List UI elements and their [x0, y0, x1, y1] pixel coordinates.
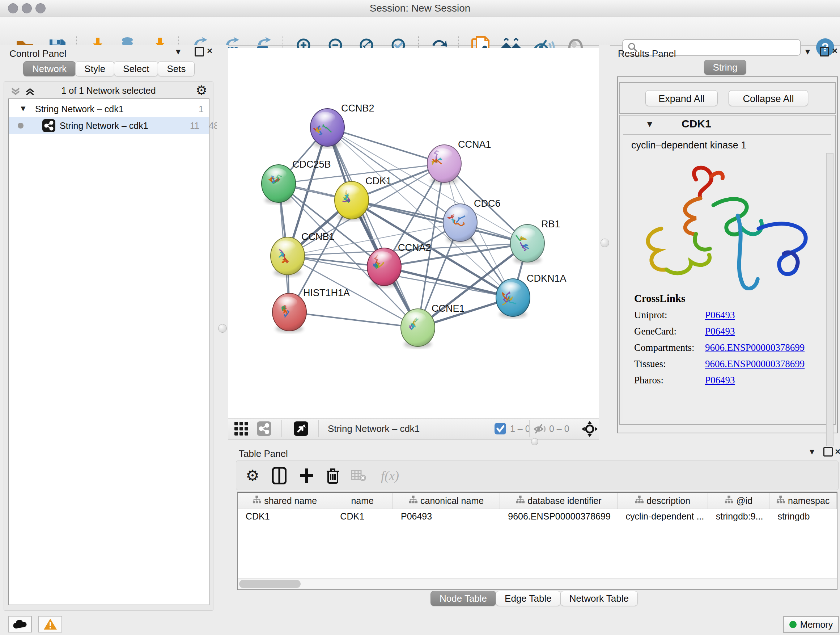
control-panel-close-icon[interactable]: ×: [207, 45, 212, 56]
table-cell[interactable]: stringdb:9...: [708, 509, 770, 524]
table-cell[interactable]: P06493: [393, 509, 500, 524]
network-edge[interactable]: [289, 312, 418, 328]
crosslink-link[interactable]: P06493: [705, 310, 735, 320]
crosslink-label: Tissues:: [634, 358, 705, 370]
crosslink-row: Compartments:9606.ENSP00000378699: [634, 342, 805, 353]
table-h-scrollbar-thumb[interactable]: [239, 580, 301, 588]
collapse-all-button[interactable]: Collapse All: [729, 90, 808, 106]
horizontal-splitter-handle[interactable]: [531, 438, 538, 445]
network-options-gear-icon[interactable]: ⚙: [196, 84, 207, 97]
table-cell[interactable]: stringdb: [769, 509, 837, 524]
network-node-RB1[interactable]: RB1: [510, 219, 561, 264]
results-panel-close-icon[interactable]: ×: [832, 45, 837, 56]
table-row[interactable]: CDK1CDK1P064939606.ENSP00000378699cyclin…: [238, 509, 837, 524]
column-header-shared-name[interactable]: shared name: [238, 493, 332, 509]
table-tabs: Node TableEdge TableNetwork Table: [228, 591, 840, 606]
table-panel: Table Panel ▾ × ⚙ f(x) shared namenameca…: [228, 446, 840, 610]
right-splitter[interactable]: [599, 45, 610, 439]
create-column-icon[interactable]: [297, 466, 317, 486]
crosslink-link[interactable]: P06493: [705, 375, 735, 386]
left-splitter-handle[interactable]: [218, 324, 227, 333]
string-results-box: Expand All Collapse All ▼ CDK1 cyclin–de…: [617, 76, 838, 433]
show-columns-icon[interactable]: [270, 466, 289, 486]
column-header-@id[interactable]: @id: [708, 493, 770, 509]
column-header-label: shared name: [264, 496, 317, 506]
column-header-canonical-name[interactable]: canonical name: [393, 493, 500, 509]
network-canvas[interactable]: CCNB2CCNA1CDC25BCDK1CDC6RB1CCNB1CCNA2CDK…: [228, 48, 599, 418]
grid-view-icon[interactable]: [234, 422, 249, 438]
network-collection-row[interactable]: ▼ String Network – cdk1 1: [9, 101, 209, 117]
column-header-database-identifier[interactable]: database identifier: [500, 493, 617, 509]
warning-icon: [43, 618, 57, 630]
table-cell[interactable]: CDK1: [238, 509, 332, 524]
function-builder-icon[interactable]: f(x): [376, 466, 404, 486]
tab-style[interactable]: Style: [75, 61, 114, 76]
node-entry-header[interactable]: ▼ CDK1: [620, 116, 835, 132]
network-label: String Network – cdk1: [60, 120, 148, 131]
node-table: shared namenamecanonical namedatabase id…: [237, 492, 837, 590]
network-node-CCNE1[interactable]: CCNE1: [401, 303, 465, 348]
network-node-CDK1[interactable]: CDK1: [335, 176, 392, 221]
left-splitter[interactable]: [217, 45, 228, 610]
network-node-CDKN1A[interactable]: CDKN1A: [496, 273, 567, 318]
delete-column-icon[interactable]: [323, 466, 343, 486]
crosslink-row: Pharos:P06493: [634, 375, 805, 386]
column-header-name[interactable]: name: [332, 493, 393, 509]
table-panel-collapse-icon[interactable]: ▾: [810, 446, 814, 457]
network-tab-content: 1 of 1 Network selected ⚙ ▼ String Netwo…: [4, 81, 213, 611]
memory-button[interactable]: Memory: [783, 616, 839, 633]
table-options-gear-icon[interactable]: ⚙: [243, 466, 262, 486]
string-view-icon[interactable]: [257, 421, 271, 436]
control-panel-collapse-icon[interactable]: ▾: [176, 46, 180, 57]
birds-eye-view-icon[interactable]: [294, 421, 308, 436]
crosslinks-section: CrossLinks Uniprot:P06493GeneCard:P06493…: [634, 293, 805, 386]
tab-network-table[interactable]: Network Table: [561, 591, 638, 606]
expand-all-button[interactable]: Expand All: [645, 90, 718, 106]
table-cell[interactable]: 9606.ENSP00000378699: [500, 509, 617, 524]
node-result-entry: ▼ CDK1 cyclin–dependent kinase 1: [619, 115, 836, 424]
network-node-HIST1H1A[interactable]: HIST1H1A: [272, 287, 350, 333]
table-toolbar: ⚙ f(x): [236, 461, 838, 490]
tab-sets[interactable]: Sets: [158, 61, 195, 76]
clear-table-icon[interactable]: [349, 466, 369, 486]
node-label: CCNE1: [431, 303, 465, 314]
horizontal-splitter[interactable]: [228, 439, 840, 446]
hidden-eye-icon[interactable]: [534, 423, 547, 437]
warning-button[interactable]: [38, 616, 62, 632]
table-cell[interactable]: cyclin-dependent ...: [617, 509, 707, 524]
tab-edge-table[interactable]: Edge Table: [496, 591, 561, 606]
results-panel-float-icon[interactable]: [820, 47, 829, 57]
tab-node-table[interactable]: Node Table: [431, 591, 496, 606]
entry-gene-name: CDK1: [682, 118, 711, 130]
crosslink-label: GeneCard:: [634, 326, 705, 337]
tab-select[interactable]: Select: [114, 61, 158, 76]
table-panel-float-icon[interactable]: [823, 447, 833, 456]
table-h-scrollbar[interactable]: [238, 578, 837, 589]
network-edge[interactable]: [352, 200, 527, 243]
crosslinks-title: CrossLinks: [634, 293, 805, 304]
cloud-icon: [13, 619, 27, 629]
tab-string[interactable]: String: [704, 60, 747, 75]
column-header-description[interactable]: description: [617, 493, 707, 509]
crosslink-link[interactable]: 9606.ENSP00000378699: [705, 358, 805, 369]
tab-network[interactable]: Network: [23, 61, 76, 76]
right-splitter-handle[interactable]: [600, 239, 609, 247]
network-row[interactable]: String Network – cdk1 11 48: [9, 117, 209, 134]
crosslink-link[interactable]: P06493: [705, 326, 735, 337]
selected-checkbox-icon[interactable]: [494, 423, 506, 434]
column-header-label: canonical name: [420, 496, 484, 506]
table-cell[interactable]: CDK1: [332, 509, 393, 524]
results-panel-collapse-icon[interactable]: ▾: [805, 46, 810, 57]
control-panel-float-icon[interactable]: [195, 47, 204, 57]
crosslink-link[interactable]: 9606.ENSP00000378699: [705, 342, 805, 353]
network-edge[interactable]: [327, 127, 444, 164]
network-node-CDC6[interactable]: CDC6: [443, 198, 501, 243]
cloud-button[interactable]: [8, 616, 32, 632]
table-panel-close-icon[interactable]: ×: [835, 446, 840, 457]
results-scrollbar[interactable]: [826, 153, 834, 462]
column-header-namespac[interactable]: namespac: [769, 493, 837, 509]
entry-collapse-icon[interactable]: ▼: [645, 119, 654, 129]
main-toolbar: ?: [0, 17, 840, 46]
collection-expand-icon[interactable]: ▼: [19, 104, 27, 113]
fit-content-target-icon[interactable]: [582, 421, 598, 439]
